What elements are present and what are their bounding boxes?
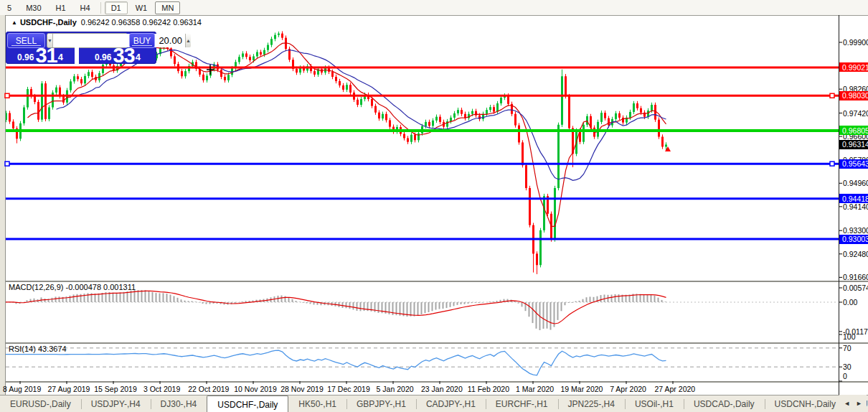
sell-price-main: 31 <box>35 47 57 63</box>
sell-price-prefix: 0.96 <box>17 52 34 63</box>
hline-handle[interactable] <box>830 93 834 98</box>
mt4-window: 5M30H1H4D1W1MN ▲USDCHF-,Daily0.96242 0.9… <box>0 0 868 412</box>
chart-tab-usdcad-daily[interactable]: USDCAD-,Daily <box>684 395 765 412</box>
chart-tab-usdjpy-h4[interactable]: USDJPY-,H4 <box>81 395 151 412</box>
tab-scroll-arrows: ◄ ► <box>839 395 867 412</box>
chart-tab-cadjpy-h1[interactable]: CADJPY-,H1 <box>416 395 486 412</box>
chart-tab-usdcnh-daily[interactable]: USDCNH-,Daily <box>765 395 846 412</box>
chart-tab-hk50-h1[interactable]: HK50-,H1 <box>288 395 346 412</box>
cross-marker <box>207 65 214 75</box>
chart-tab-eurusd-daily[interactable]: EURUSD-,Daily <box>0 395 81 412</box>
chart-tab-usoil-h1[interactable]: USOil-,H1 <box>625 395 684 412</box>
rsi-pane[interactable] <box>3 348 839 375</box>
chart-tab-bar: EURUSD-,DailyUSDJPY-,H4DJ30-,H4USDCHF-,D… <box>0 395 868 412</box>
one-click-trade-panel: SELL ▼ ▲ BUY 0.96 31 4 0.96 33 4 <box>6 32 156 64</box>
tab-scroll-left-icon[interactable]: ◄ <box>844 400 850 407</box>
macd-pane[interactable] <box>2 290 837 330</box>
buy-price-pip: 4 <box>136 48 141 67</box>
hline-handle[interactable] <box>830 161 834 166</box>
buy-price-prefix: 0.96 <box>95 52 111 63</box>
price-axis-line <box>839 15 839 395</box>
sell-button-label: SELL <box>16 36 37 46</box>
buy-price[interactable]: 0.96 33 4 <box>79 48 156 64</box>
buy-button-label: BUY <box>133 36 151 46</box>
chart-tab-usdchf-daily[interactable]: USDCHF-,Daily <box>207 395 288 412</box>
hline-handle[interactable] <box>5 93 9 98</box>
chart-tab-dj30-h4[interactable]: DJ30-,H4 <box>151 395 207 412</box>
chart-tab-eurchf-h1[interactable]: EURCHF-,H1 <box>486 395 558 412</box>
sell-price-pip: 4 <box>58 48 63 67</box>
chart-objects <box>5 42 842 384</box>
volume-increase-button[interactable]: ▲ <box>185 34 191 47</box>
chart-tab-jpn225-h4[interactable]: JPN225-,H4 <box>558 395 625 412</box>
tab-scroll-right-icon[interactable]: ► <box>856 400 862 407</box>
hline-handle[interactable] <box>5 161 9 166</box>
sell-price[interactable]: 0.96 31 4 <box>6 48 75 64</box>
buy-price-main: 33 <box>113 47 134 63</box>
chart-tab-gbpjpy-h1[interactable]: GBPJPY-,H1 <box>346 395 416 412</box>
